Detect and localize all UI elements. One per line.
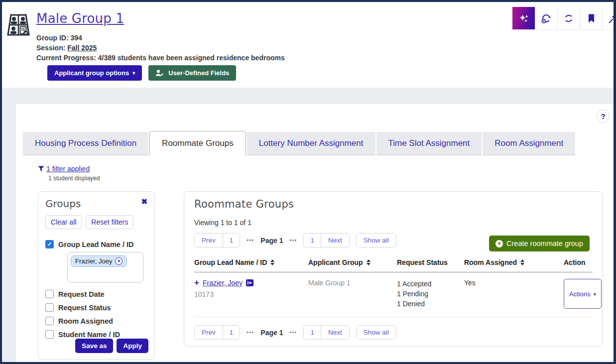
prev-button[interactable]: Prev [195, 234, 223, 247]
checkbox-request-date[interactable] [45, 290, 54, 298]
prev-page-group: Prev 1 [194, 233, 240, 247]
page-number-button[interactable]: 1 [223, 234, 240, 247]
sync-transfer-icon[interactable] [557, 7, 580, 30]
group-lead-filter-values[interactable]: Frazier, Joey ✕ [67, 252, 143, 283]
pin-icon[interactable] [602, 7, 614, 30]
row-actions-button[interactable]: Actions ▾ [564, 279, 602, 309]
groups-panel-header: Groups ✖ [45, 198, 147, 210]
filter-room-assigned[interactable]: Room Assigned [45, 317, 147, 325]
viewing-text: Viewing 1 to 1 of 1 [194, 219, 593, 227]
tab-housing-process-definition[interactable]: Housing Process Definition [23, 132, 148, 155]
filter-applied-link[interactable]: 1 filter applied [46, 165, 90, 173]
lead-id: 10173 [194, 290, 308, 298]
filter-request-date[interactable]: Request Date [45, 290, 147, 298]
col-request-status: Request Status [397, 258, 464, 266]
progress-line: Current Progress: 4/389 students have be… [36, 53, 285, 63]
filter-applied-row: 1 filter applied [38, 165, 90, 173]
ellipsis-icon: ••• [289, 330, 297, 335]
ellipsis-icon: ••• [246, 330, 254, 335]
groups-filter-panel: Groups ✖ Clear all Reset filters ✓ Group… [38, 191, 155, 360]
reset-filters-button[interactable]: Reset filters [86, 215, 133, 229]
col-room-assigned[interactable]: Room Assigned [464, 258, 557, 266]
page-number-button[interactable]: 1 [304, 234, 321, 247]
table-row: + Frazier, Joey 1017 [194, 272, 593, 317]
chevron-down-icon: ▾ [132, 70, 135, 76]
header-buttons: Applicant group options ▾ User-Defined F… [47, 65, 236, 81]
remove-chip-icon[interactable]: ✕ [115, 257, 123, 265]
plus-circle-icon: + [495, 240, 503, 247]
other-filters: Request Date Request Status Room Assigne… [45, 290, 147, 339]
show-all-button[interactable]: Show all [357, 234, 396, 247]
prev-page-group: Prev 1 [194, 325, 240, 340]
expand-row-icon[interactable]: + [194, 279, 199, 286]
checkbox-request-status[interactable] [45, 303, 54, 312]
create-roommate-group-button[interactable]: + Create roommate group [489, 236, 590, 251]
checkbox-group-lead-name[interactable]: ✓ [45, 240, 54, 248]
user-defined-fields-button[interactable]: User-Defined Fields [148, 65, 236, 81]
roommate-groups-title: Roommate Groups [194, 198, 593, 210]
clear-all-button[interactable]: Clear all [45, 215, 82, 229]
tab-room-assignment[interactable]: Room Assignment [483, 132, 575, 155]
sort-icon[interactable] [270, 259, 274, 265]
filter-count-text: 1 student displayed [48, 175, 100, 182]
refresh-add-icon[interactable] [535, 7, 557, 30]
filter-panel-footer: Save as Apply [75, 339, 148, 353]
tab-roommate-groups[interactable]: Roommate Groups [149, 131, 246, 155]
quick-actions-toolbar [512, 7, 614, 30]
request-status-cell: 1 Accepted 1 Pending 1 Denied [397, 279, 464, 309]
header-meta: Group ID: 394 Session: Fall 2025 Current… [36, 33, 285, 63]
next-button[interactable]: Next [321, 234, 349, 247]
roommate-groups-table: Group Lead Name / ID Applicant Group Req… [194, 258, 593, 317]
sort-icon[interactable] [367, 259, 370, 265]
app-window: Male Group 1 Group ID: 394 Session: Fall… [0, 0, 616, 364]
col-action: Action [557, 258, 593, 266]
filter-request-status[interactable]: Request Status [45, 303, 147, 312]
content-background: ? Housing Process Definition Roommate Gr… [2, 88, 614, 362]
save-as-button[interactable]: Save as [75, 339, 113, 353]
room-assigned-cell: Yes [464, 279, 557, 309]
next-button[interactable]: Next [321, 326, 349, 339]
group-id-line: Group ID: 394 [36, 33, 285, 43]
filter-student-name[interactable]: Student Name / ID [45, 330, 147, 339]
session-link[interactable]: Fall 2025 [67, 44, 97, 52]
col-group-lead[interactable]: Group Lead Name / ID [194, 258, 308, 266]
user-pencil-icon [155, 69, 164, 77]
page-label: Page 1 [260, 237, 283, 244]
close-icon[interactable]: ✖ [141, 198, 147, 205]
open-record-icon[interactable] [246, 279, 253, 286]
page-number-button[interactable]: 1 [304, 326, 321, 339]
prev-button[interactable]: Prev [195, 326, 223, 339]
show-all-group: Show all [356, 233, 396, 247]
help-button[interactable]: ? [597, 110, 610, 122]
applicant-group-cell: Male Group 1 [308, 279, 397, 309]
page-number-button[interactable]: 1 [223, 326, 240, 339]
show-all-group: Show all [356, 325, 396, 340]
group-id-value: 394 [70, 34, 82, 42]
checkbox-student-name[interactable] [45, 330, 54, 339]
col-applicant-group[interactable]: Applicant Group [308, 258, 397, 266]
tab-lottery-number-assignment[interactable]: Lottery Number Assignment [247, 132, 375, 155]
chevron-down-icon: ▾ [594, 291, 596, 297]
table-header-row: Group Lead Name / ID Applicant Group Req… [194, 258, 593, 272]
page-title[interactable]: Male Group 1 [36, 11, 124, 26]
roommate-group-icon [6, 13, 30, 40]
ellipsis-icon: ••• [289, 238, 297, 243]
applicant-group-options-button[interactable]: Applicant group options ▾ [47, 65, 142, 81]
tab-time-slot-assignment[interactable]: Time Slot Assignment [376, 132, 482, 155]
pagination-bottom: Prev 1 ••• Page 1 ••• 1 Next Show all [194, 325, 593, 340]
filter-actions: Clear all Reset filters [45, 215, 147, 229]
process-card: ? Housing Process Definition Roommate Gr… [15, 103, 614, 362]
sort-icon[interactable] [520, 259, 524, 265]
filter-chip: Frazier, Joey ✕ [71, 255, 127, 267]
bookmark-icon[interactable] [580, 7, 602, 30]
ai-sparkles-icon[interactable] [512, 7, 535, 30]
page-header: Male Group 1 Group ID: 394 Session: Fall… [2, 2, 614, 88]
groups-panel-title: Groups [45, 198, 81, 210]
show-all-button[interactable]: Show all [357, 326, 396, 339]
filter-group-lead-name[interactable]: ✓ Group Lead Name / ID [45, 240, 147, 248]
ellipsis-icon: ••• [246, 238, 254, 243]
session-line: Session: Fall 2025 [36, 43, 285, 53]
lead-name-link[interactable]: Frazier, Joey [203, 279, 243, 287]
checkbox-room-assigned[interactable] [45, 317, 54, 325]
apply-button[interactable]: Apply [117, 339, 148, 353]
